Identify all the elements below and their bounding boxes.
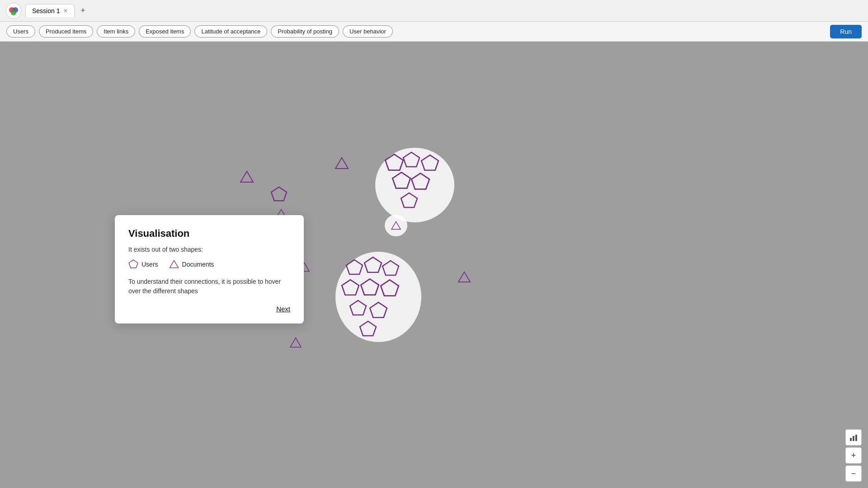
info-card-subtitle: It exists out of two shapes:: [128, 246, 290, 253]
svg-marker-23: [381, 280, 399, 296]
cluster-small-triangle: [385, 215, 407, 236]
svg-marker-13: [421, 155, 439, 170]
svg-marker-22: [361, 279, 379, 295]
svg-marker-15: [411, 173, 429, 189]
svg-marker-8: [290, 338, 301, 347]
pentagon-shape[interactable]: [360, 278, 380, 297]
triangle-shape[interactable]: [458, 271, 471, 283]
info-card-description: To understand their connections, it is p…: [128, 277, 290, 296]
pentagon-shape[interactable]: [402, 151, 420, 169]
close-tab-icon[interactable]: ✕: [63, 8, 68, 14]
pentagon-shape[interactable]: [420, 154, 439, 172]
pentagon-shape[interactable]: [270, 186, 288, 202]
cluster-group-large: [335, 252, 421, 342]
pentagon-shape[interactable]: [359, 320, 377, 338]
legend-item-users: Users: [128, 259, 158, 269]
svg-marker-28: [170, 260, 178, 267]
legend-item-documents: Documents: [169, 260, 214, 268]
pentagon-shape[interactable]: [410, 172, 430, 191]
app-logo: [5, 3, 22, 19]
run-button[interactable]: Run: [830, 25, 862, 38]
nav-tab-users[interactable]: Users: [6, 25, 35, 38]
pentagon-shape[interactable]: [345, 259, 363, 276]
chart-icon: [849, 433, 858, 441]
legend-row: Users Documents: [128, 259, 290, 269]
pentagon-shape[interactable]: [400, 192, 418, 209]
top-bar: Session 1 ✕ +: [0, 0, 868, 22]
nav-tab-probability-of-posting[interactable]: Probability of posting: [271, 25, 339, 38]
svg-marker-18: [346, 260, 363, 274]
nav-tab-user-behavior[interactable]: User behavior: [343, 25, 393, 38]
nav-bar: Users Produced items Item links Exposed …: [0, 22, 868, 42]
svg-marker-14: [392, 172, 410, 188]
svg-marker-17: [392, 221, 401, 229]
triangle-shape[interactable]: [289, 337, 302, 348]
pentagon-shape[interactable]: [349, 300, 367, 317]
info-card: Visualisation It exists out of two shape…: [115, 215, 304, 324]
cluster-group-top: [375, 148, 454, 222]
zoom-in-button[interactable]: +: [845, 447, 862, 464]
pentagon-shape[interactable]: [392, 171, 411, 190]
nav-tab-produced-items[interactable]: Produced items: [39, 25, 93, 38]
triangle-shape[interactable]: [240, 170, 254, 183]
legend-documents-label: Documents: [182, 261, 214, 268]
pentagon-shape[interactable]: [369, 301, 388, 319]
pentagon-legend-icon: [128, 259, 138, 269]
nav-tab-exposed-items[interactable]: Exposed items: [139, 25, 191, 38]
svg-marker-25: [370, 302, 387, 318]
svg-marker-27: [129, 260, 138, 268]
svg-marker-16: [401, 193, 417, 207]
pentagon-shape[interactable]: [384, 153, 404, 172]
zoom-out-button[interactable]: −: [845, 465, 862, 482]
svg-marker-11: [385, 154, 403, 170]
svg-marker-24: [350, 300, 366, 315]
nav-tab-latitude-of-acceptance[interactable]: Latitude of acceptance: [194, 25, 267, 38]
controls-panel: + −: [845, 429, 862, 482]
svg-rect-31: [855, 435, 857, 441]
triangle-shape[interactable]: [335, 157, 349, 169]
svg-marker-20: [382, 261, 399, 275]
svg-marker-21: [342, 280, 359, 295]
pentagon-shape[interactable]: [341, 279, 360, 297]
triangle-shape[interactable]: [391, 221, 401, 230]
svg-rect-29: [850, 438, 852, 441]
svg-marker-9: [458, 272, 470, 282]
svg-marker-4: [335, 158, 348, 169]
svg-point-3: [11, 10, 16, 15]
session-tab[interactable]: Session 1 ✕: [25, 4, 75, 17]
legend-users-label: Users: [142, 261, 158, 268]
svg-marker-19: [364, 257, 382, 272]
info-card-title: Visualisation: [128, 228, 290, 239]
pentagon-shape[interactable]: [380, 279, 400, 298]
pentagon-shape[interactable]: [363, 256, 382, 274]
svg-marker-5: [241, 171, 253, 182]
add-tab-button[interactable]: +: [76, 5, 89, 17]
svg-marker-26: [360, 321, 376, 336]
svg-rect-30: [853, 436, 854, 441]
session-tab-label: Session 1: [32, 7, 60, 14]
canvas-area: Visualisation It exists out of two shape…: [0, 42, 868, 488]
chart-button[interactable]: [845, 429, 862, 446]
nav-tab-item-links[interactable]: Item links: [97, 25, 135, 38]
svg-marker-12: [403, 152, 420, 167]
pentagon-shape[interactable]: [382, 260, 400, 277]
next-button[interactable]: Next: [128, 305, 290, 313]
svg-marker-10: [271, 187, 287, 201]
triangle-legend-icon: [169, 260, 179, 268]
